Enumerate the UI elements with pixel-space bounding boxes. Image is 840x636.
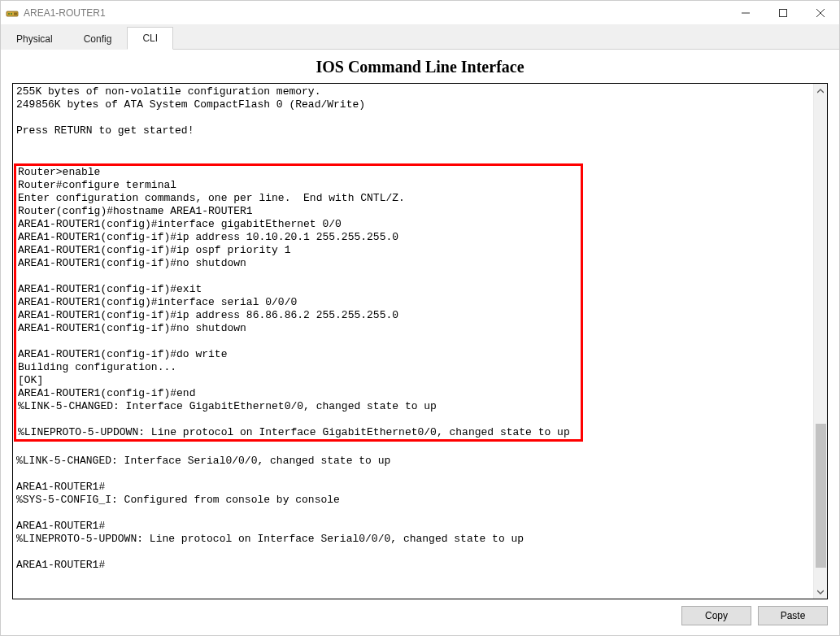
terminal-text-post: %LINK-5-CHANGED: Interface Serial0/0/0, … <box>16 455 524 571</box>
svg-point-2 <box>11 13 12 15</box>
scroll-up-icon[interactable] <box>814 84 827 98</box>
content-area: IOS Command Line Interface 255K bytes of… <box>1 50 839 635</box>
copy-button[interactable]: Copy <box>681 606 751 625</box>
svg-point-1 <box>8 13 10 15</box>
cli-heading: IOS Command Line Interface <box>12 53 828 83</box>
app-window: AREA1-ROUTER1 Physical Config CLI IOS Co… <box>0 0 840 636</box>
terminal-output[interactable]: 255K bytes of non-volatile configuration… <box>13 84 813 599</box>
button-row: Copy Paste <box>12 599 828 625</box>
minimize-button[interactable] <box>727 1 764 24</box>
window-controls <box>727 1 839 24</box>
app-icon <box>6 7 19 20</box>
terminal-container: 255K bytes of non-volatile configuration… <box>12 83 828 599</box>
titlebar: AREA1-ROUTER1 <box>1 1 839 25</box>
terminal-text-pre: 255K bytes of non-volatile configuration… <box>16 85 365 137</box>
scroll-down-icon[interactable] <box>814 585 827 599</box>
scroll-thumb[interactable] <box>816 424 826 568</box>
scrollbar[interactable] <box>813 84 827 599</box>
close-button[interactable] <box>802 1 839 24</box>
tab-cli[interactable]: CLI <box>127 27 173 50</box>
svg-rect-5 <box>780 9 787 16</box>
svg-rect-3 <box>14 12 17 15</box>
tab-config[interactable]: Config <box>68 28 128 50</box>
terminal-highlight-box: Router>enable Router#configure terminal … <box>14 163 583 442</box>
paste-button[interactable]: Paste <box>758 606 828 625</box>
maximize-button[interactable] <box>764 1 802 24</box>
window-title: AREA1-ROUTER1 <box>24 7 727 19</box>
tab-strip: Physical Config CLI <box>1 25 839 50</box>
tab-physical[interactable]: Physical <box>1 28 68 50</box>
